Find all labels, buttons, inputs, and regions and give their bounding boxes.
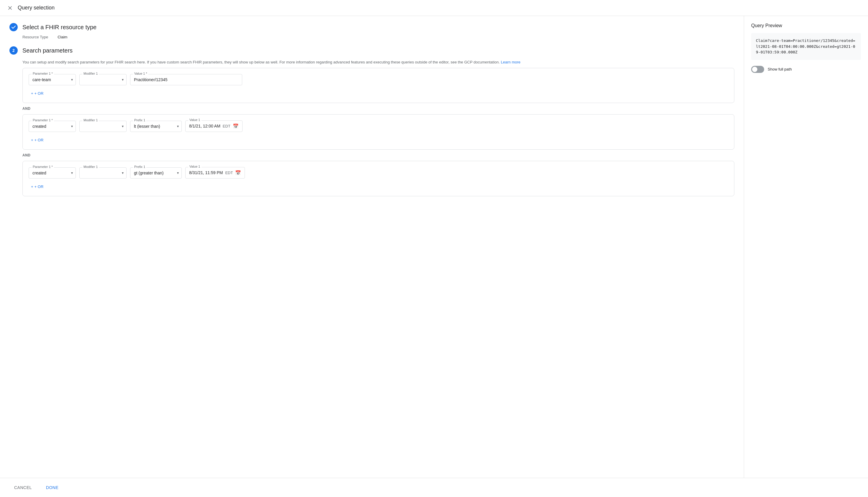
modifier1-field: Modifier 1 [79,74,127,85]
param1-select[interactable]: care-team created patient provider [29,74,76,85]
toggle-slider [751,66,764,73]
footer: CANCEL DONE [0,478,868,497]
cancel-button[interactable]: CANCEL [10,483,37,492]
param1-label: Parameter 1 * [32,72,54,75]
modifier3-select[interactable] [79,167,127,179]
param-row-2: Parameter 1 * care-team created patient … [29,120,728,132]
param2-field: Parameter 1 * care-team created patient … [29,121,76,132]
value3-datetime: 8/31/21, 11:59 PM EDT 📅 [185,167,245,179]
prefix3-select[interactable]: lt (lesser than) gt (greater than) le (l… [130,167,182,179]
value2-datetime-text: 8/1/21, 12:00 AM [189,124,220,128]
param3-select-wrapper: care-team created patient provider [29,167,76,179]
param1-field: Parameter 1 * care-team created patient … [29,74,76,85]
modifier3-field: Modifier 1 [79,167,127,179]
resource-type-row: Resource Type Claim [10,35,734,39]
show-full-path-toggle[interactable] [751,66,764,73]
value1-field: Value 1 * Practitioner/12345 [130,74,728,85]
resource-type-label: Resource Type [23,35,48,39]
prefix2-select[interactable]: lt (lesser than) gt (greater than) le (l… [130,121,182,132]
step2-header: 2 Search parameters [10,46,734,55]
or-label-2: + OR [34,138,44,142]
value2-label: Value 1 [188,118,202,122]
param-group-2: Parameter 1 * care-team created patient … [23,114,734,150]
svg-point-2 [10,23,18,31]
step2-content: You can setup and modify search paramete… [10,59,734,196]
prefix3-label: Prefix 1 [133,165,146,169]
close-button[interactable] [7,5,13,11]
modifier1-select[interactable] [79,74,127,85]
param2-select[interactable]: care-team created patient provider [29,121,76,132]
step2-description: You can setup and modify search paramete… [23,59,734,66]
or-button-3[interactable]: + + OR [29,183,46,190]
prefix3-field: Prefix 1 lt (lesser than) gt (greater th… [130,167,182,179]
step1-header: Select a FHIR resource type [10,23,734,31]
step1-check-icon [10,23,18,31]
modifier2-label: Modifier 1 [82,118,99,122]
modifier2-field: Modifier 1 [79,121,127,132]
query-preview-title: Query Preview [751,23,861,28]
step2-section: 2 Search parameters You can setup and mo… [10,46,734,196]
or-label-1: + OR [34,91,44,96]
plus-icon-3: + [31,184,33,189]
value3-field: Value 1 8/31/21, 11:59 PM EDT 📅 [185,167,245,179]
or-button-2[interactable]: + + OR [29,137,46,143]
prefix2-select-wrapper: lt (lesser than) gt (greater than) le (l… [130,121,182,132]
step1-section: Select a FHIR resource type Resource Typ… [10,23,734,39]
param3-select[interactable]: care-team created patient provider [29,167,76,179]
param1-select-wrapper: care-team created patient provider [29,74,76,85]
or-button-1[interactable]: + + OR [29,90,46,97]
value3-datetime-text: 8/31/21, 11:59 PM [189,170,223,175]
param3-field: Parameter 1 * care-team created patient … [29,167,76,179]
prefix2-field: Prefix 1 lt (lesser than) gt (greater th… [130,121,182,132]
right-panel: Query Preview Claim?care-team=Practition… [744,16,868,478]
param-row-1: Parameter 1 * care-team created patient … [29,74,728,85]
modifier3-select-wrapper [79,167,127,179]
param2-select-wrapper: care-team created patient provider [29,121,76,132]
resource-type-value: Claim [58,35,67,39]
learn-more-link[interactable]: Learn more [501,60,520,64]
value1-label: Value 1 * [133,72,148,75]
step2-title: Search parameters [23,47,73,54]
step2-circle: 2 [10,46,18,55]
value3-label: Value 1 [188,165,202,168]
main-content: Select a FHIR resource type Resource Typ… [0,16,868,478]
and-label-1: AND [23,106,734,111]
value2-field: Value 1 8/1/21, 12:00 AM EDT 📅 [185,120,243,132]
modifier2-select[interactable] [79,121,127,132]
and-label-2: AND [23,153,734,157]
modifier3-label: Modifier 1 [82,165,99,169]
dialog-header: Query selection [0,0,868,16]
prefix3-select-wrapper: lt (lesser than) gt (greater than) le (l… [130,167,182,179]
value1-input[interactable]: Practitioner/12345 [130,74,242,85]
show-full-path-label: Show full path [768,67,792,71]
value3-tz: EDT [225,171,233,175]
left-panel: Select a FHIR resource type Resource Typ… [0,16,744,478]
done-button[interactable]: DONE [41,483,63,492]
prefix2-label: Prefix 1 [133,118,146,122]
show-full-path-row: Show full path [751,66,861,73]
param3-label: Parameter 1 * [32,165,54,169]
dialog-title: Query selection [18,5,55,11]
query-preview-box: Claim?care-team=Practitioner/12345&creat… [751,33,861,60]
param-group-1: Parameter 1 * care-team created patient … [23,68,734,103]
value2-tz: EDT [223,124,230,128]
calendar-icon-2[interactable]: 📅 [233,123,239,129]
step1-title: Select a FHIR resource type [23,24,97,31]
param-row-3: Parameter 1 * care-team created patient … [29,167,728,179]
param2-label: Parameter 1 * [32,118,54,122]
plus-icon-1: + [31,91,33,96]
modifier1-label: Modifier 1 [82,72,99,75]
modifier1-select-wrapper [79,74,127,85]
calendar-icon-3[interactable]: 📅 [235,170,241,175]
modifier2-select-wrapper [79,121,127,132]
or-label-3: + OR [34,184,44,189]
plus-icon-2: + [31,138,33,142]
param-group-3: Parameter 1 * care-team created patient … [23,161,734,196]
value2-datetime: 8/1/21, 12:00 AM EDT 📅 [185,120,243,132]
